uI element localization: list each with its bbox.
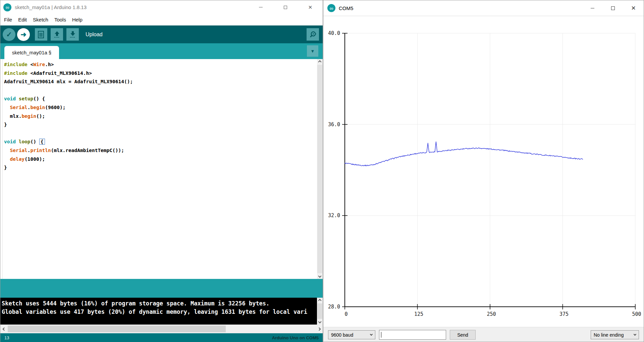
- status-message-band: [0, 279, 323, 298]
- console-horizontal-scrollbar[interactable]: [0, 325, 323, 333]
- magnifier-icon: [309, 31, 317, 39]
- minimize-button[interactable]: [582, 0, 603, 16]
- code-line: [4, 86, 316, 95]
- arrow-right-icon: ➜: [20, 31, 26, 39]
- close-button[interactable]: ✕: [298, 0, 323, 14]
- tab-label: sketch_may01a: [12, 50, 47, 55]
- chevron-up-icon: [318, 299, 322, 302]
- console-line: Global variables use 417 bytes (20%) of …: [2, 308, 315, 316]
- toolbar-status-label: Upload: [86, 32, 103, 38]
- menu-sketch[interactable]: Sketch: [30, 17, 51, 22]
- maximize-icon: [284, 6, 287, 9]
- check-icon: ✓: [6, 31, 12, 39]
- line-ending-select[interactable]: No line ending: [591, 330, 639, 339]
- y-tick-label: 32.0: [328, 212, 340, 218]
- plotter-controls-bar: 9600 baud Send No line ending: [323, 327, 644, 342]
- editor-left-border: [2, 59, 3, 279]
- plotter-window-controls: ✕: [582, 0, 644, 16]
- open-sketch-button[interactable]: [51, 28, 63, 41]
- scroll-up-button[interactable]: [317, 298, 323, 303]
- chevron-left-icon: [2, 327, 6, 331]
- maximize-button[interactable]: [273, 0, 298, 14]
- scrollbar-thumb[interactable]: [317, 65, 322, 273]
- code-line: }: [4, 163, 316, 172]
- x-tick-label: 125: [414, 311, 423, 317]
- current-line-indicator: 13: [4, 335, 9, 340]
- chevron-right-icon: [317, 327, 321, 331]
- save-sketch-button[interactable]: [66, 28, 79, 41]
- code-line: #include <Wire.h>: [4, 60, 316, 69]
- code-line: void loop() {: [4, 138, 316, 146]
- code-line: void setup() {: [4, 95, 316, 103]
- scrollbar-thumb[interactable]: [8, 326, 226, 332]
- x-tick-label: 500: [632, 311, 641, 317]
- minimize-icon: [591, 8, 594, 8]
- baud-rate-select[interactable]: 9600 baud: [328, 330, 375, 339]
- arrow-up-tray-icon: [54, 31, 60, 38]
- tab-sketch-may01a[interactable]: sketch_may01a §: [4, 46, 59, 59]
- code-line: #include <Adafruit_MLX90614.h>: [4, 69, 316, 78]
- x-tick-label: 250: [487, 311, 496, 317]
- tab-modified-mark: §: [49, 50, 51, 55]
- console-line: Sketch uses 5444 bytes (16%) of program …: [2, 299, 315, 308]
- scroll-up-button[interactable]: [317, 59, 323, 65]
- chevron-down-icon: [318, 275, 322, 278]
- code-line: delay(1000);: [4, 155, 316, 164]
- menu-tools[interactable]: Tools: [51, 17, 69, 22]
- serial-send-input[interactable]: [379, 330, 446, 340]
- code-line: }: [4, 120, 316, 129]
- code-line: Serial.begin(9600);: [4, 103, 316, 112]
- x-tick-label: 375: [559, 311, 569, 317]
- baud-rate-value: 9600 baud: [331, 332, 353, 338]
- ide-window-title: sketch_may01a | Arduino 1.8.13: [15, 4, 87, 10]
- arduino-logo-icon: ∞: [3, 3, 11, 11]
- new-sketch-button[interactable]: [35, 28, 47, 41]
- scroll-down-button[interactable]: [317, 273, 323, 279]
- plotter-window-title: COM5: [339, 5, 353, 11]
- minimize-button[interactable]: [248, 0, 273, 14]
- plotter-titlebar[interactable]: ∞ COM5 ✕: [323, 0, 644, 16]
- ide-window-controls: ✕: [248, 0, 323, 14]
- ide-titlebar[interactable]: ∞ sketch_may01a | Arduino 1.8.13 ✕: [0, 0, 323, 14]
- close-button[interactable]: ✕: [623, 0, 644, 16]
- toolbar: ✓ ➜ Upload: [0, 26, 323, 43]
- serial-monitor-button[interactable]: [307, 28, 319, 41]
- scroll-down-button[interactable]: [317, 319, 323, 325]
- scroll-right-button[interactable]: [315, 325, 323, 333]
- y-tick-label: 28.0: [328, 304, 340, 310]
- send-button[interactable]: Send: [450, 330, 476, 340]
- maximize-button[interactable]: [603, 0, 623, 16]
- scroll-left-button[interactable]: [0, 325, 8, 333]
- serial-plot-chart: 28.032.036.040.00125250375500: [323, 16, 644, 328]
- minimize-icon: [259, 7, 263, 7]
- document-icon: [38, 31, 45, 38]
- close-icon: ✕: [308, 4, 313, 10]
- code-editor[interactable]: #include <Wire.h>#include <Adafruit_MLX9…: [0, 59, 323, 279]
- temperature-line-series: [345, 142, 583, 166]
- upload-button[interactable]: ➜: [17, 28, 30, 41]
- menu-edit[interactable]: Edit: [15, 17, 30, 22]
- maximize-icon: [611, 6, 615, 10]
- chevron-down-icon: [318, 320, 322, 324]
- code-line: [4, 129, 316, 138]
- board-port-indicator: Arduino Uno on COM5: [272, 335, 319, 340]
- code-area[interactable]: #include <Wire.h>#include <Adafruit_MLX9…: [4, 60, 316, 279]
- tab-list-dropdown-button[interactable]: ▼: [307, 45, 318, 57]
- line-ending-value: No line ending: [594, 332, 624, 338]
- code-line: Adafruit_MLX90614 mlx = Adafruit_MLX9061…: [4, 78, 316, 86]
- x-tick-label: 0: [344, 311, 347, 317]
- editor-vertical-scrollbar[interactable]: [317, 59, 323, 279]
- text-cursor: [381, 332, 381, 338]
- verify-button[interactable]: ✓: [3, 28, 15, 41]
- statusbar: 13 Arduino Uno on COM5: [0, 333, 323, 342]
- code-line: mlx.begin();: [4, 112, 316, 121]
- arduino-logo-icon: ∞: [327, 4, 335, 12]
- arrow-down-tray-icon: [69, 31, 76, 38]
- menu-help[interactable]: Help: [69, 17, 86, 22]
- console-vertical-scrollbar[interactable]: [317, 298, 323, 325]
- menu-file[interactable]: File: [1, 17, 15, 22]
- serial-plotter-window: ∞ COM5 ✕ 28.032.036.040.00125250375500 9…: [323, 0, 644, 342]
- build-console: Sketch uses 5444 bytes (16%) of program …: [0, 298, 323, 325]
- chevron-down-icon: [634, 333, 636, 336]
- scrollbar-thumb[interactable]: [317, 303, 322, 319]
